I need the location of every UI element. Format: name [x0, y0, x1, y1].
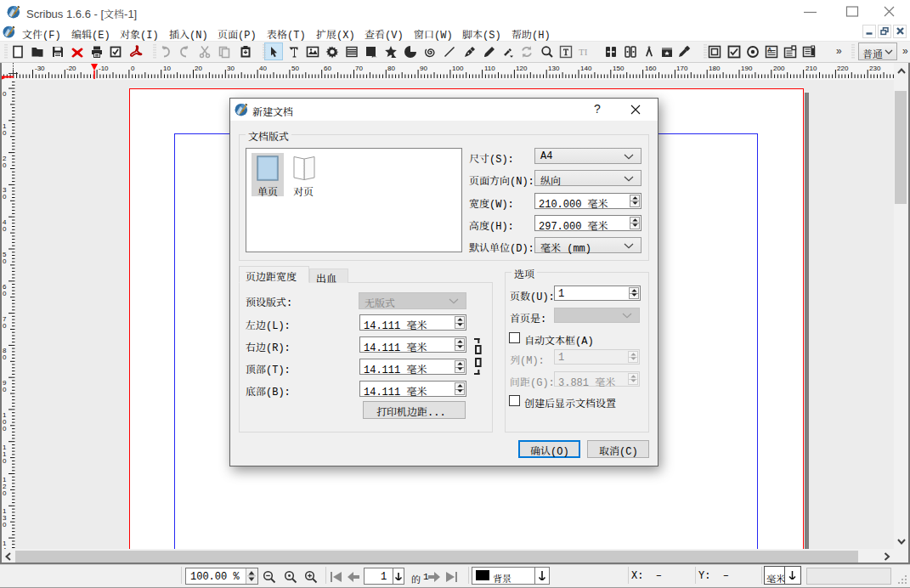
- svg-text:0: 0: [3, 521, 7, 529]
- svg-text:0: 0: [3, 489, 7, 497]
- svg-text:120: 120: [516, 65, 528, 72]
- svg-text:160: 160: [645, 65, 657, 72]
- svg-text:A: A: [767, 47, 772, 53]
- svg-text:200: 200: [773, 65, 785, 72]
- svg-text:0: 0: [3, 225, 7, 233]
- svg-text:0: 0: [3, 129, 7, 137]
- svg-text:110: 110: [484, 65, 495, 72]
- svg-text:-30: -30: [35, 65, 45, 72]
- svg-text:0: 0: [3, 386, 7, 393]
- svg-text:TI: TI: [579, 47, 588, 57]
- svg-text:0: 0: [3, 457, 7, 465]
- svg-text:0: 0: [3, 290, 7, 297]
- svg-text:50: 50: [291, 65, 299, 72]
- svg-text:0: 0: [3, 322, 7, 330]
- svg-text:0: 0: [3, 257, 7, 265]
- svg-text:80: 80: [387, 65, 395, 72]
- svg-text:210: 210: [805, 65, 817, 72]
- svg-text:180: 180: [709, 65, 721, 72]
- svg-text:140: 140: [580, 65, 592, 72]
- svg-text:70: 70: [355, 65, 363, 72]
- svg-text:0: 0: [131, 65, 135, 72]
- svg-text:0: 0: [3, 353, 7, 361]
- svg-text:-10: -10: [99, 65, 109, 72]
- svg-text:0: 0: [3, 161, 7, 169]
- svg-text:30: 30: [227, 65, 235, 72]
- svg-text:10: 10: [163, 65, 171, 72]
- svg-text:0: 0: [3, 425, 7, 433]
- svg-text:0: 0: [3, 193, 7, 201]
- svg-text:100: 100: [452, 65, 464, 72]
- svg-text:230: 230: [869, 65, 881, 72]
- svg-text:190: 190: [741, 65, 753, 72]
- svg-text:-20: -20: [66, 65, 76, 72]
- svg-text:20: 20: [195, 65, 202, 72]
- svg-text:220: 220: [837, 65, 849, 72]
- svg-text:150: 150: [613, 65, 625, 72]
- svg-text:60: 60: [324, 65, 331, 72]
- svg-text:40: 40: [259, 65, 267, 72]
- svg-text:170: 170: [676, 65, 688, 72]
- svg-text:90: 90: [420, 65, 427, 72]
- svg-text:130: 130: [548, 65, 560, 72]
- svg-text:0: 0: [3, 90, 7, 98]
